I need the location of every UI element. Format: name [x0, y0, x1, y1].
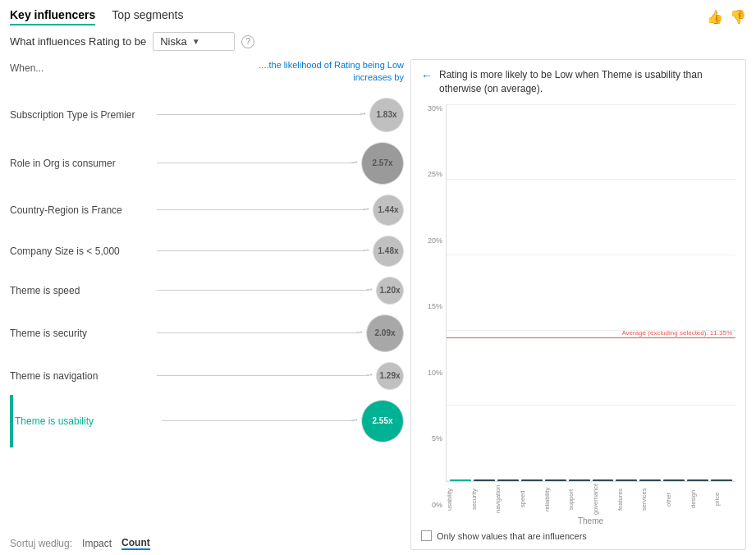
influencer-bubble: 1.20x	[376, 277, 404, 305]
x-axis-label: other	[665, 484, 687, 515]
chart-bar[interactable]	[663, 479, 685, 481]
grid-lines	[447, 104, 735, 481]
influencer-item[interactable]: Role in Org is consumer2.57x	[10, 137, 404, 190]
influencer-line	[162, 420, 355, 421]
thumbs-down-icon[interactable]: 👎	[730, 9, 746, 25]
filter-dropdown[interactable]: Niska ▼	[153, 32, 235, 51]
influencer-item[interactable]: Subscription Type is Premier1.83x	[10, 93, 404, 137]
grid-line	[447, 255, 735, 255]
bar-group	[521, 479, 543, 481]
left-panel-header: When... ....the likelihood of Rating bei…	[10, 59, 404, 88]
y-axis-label: 10%	[428, 369, 442, 377]
chart-bar[interactable]	[569, 479, 590, 481]
influencer-line	[157, 250, 366, 251]
bar-group	[663, 479, 685, 481]
x-axis-label: services	[640, 484, 662, 515]
chart-bar[interactable]	[521, 479, 543, 481]
checkbox-row: Only show values that are influencers	[421, 530, 735, 541]
chart-area: 30%25%20%15%10%5%0% Average (excluding s…	[421, 104, 735, 541]
help-icon[interactable]: ?	[241, 35, 254, 48]
bar-group	[639, 479, 661, 481]
bars-container: Average (excluding selected): 11.35% usa…	[446, 104, 735, 525]
bottom-footer: Sortuj według: Impact Count	[10, 534, 404, 550]
tab-key-influencers[interactable]: Key influencers	[10, 8, 95, 25]
avg-line	[447, 337, 735, 338]
bar-group	[593, 479, 614, 481]
bar-group	[569, 479, 590, 481]
tabs: Key influencers Top segments	[10, 8, 183, 25]
avg-label: Average (excluding selected): 11.35%	[621, 329, 732, 337]
influencer-item[interactable]: Theme is security2.09x	[10, 310, 404, 357]
x-axis-label: speed	[519, 484, 541, 515]
bar-group	[497, 479, 519, 481]
influencer-item[interactable]: Country-Region is France1.44x	[10, 190, 404, 231]
influencer-item[interactable]: Theme is speed1.20x	[10, 272, 404, 310]
y-axis-label: 15%	[428, 302, 442, 310]
influencer-label: Theme is security	[10, 328, 153, 339]
x-axis-label: reliability	[543, 484, 566, 515]
likelihood-label: ....the likelihood of Rating being Low i…	[240, 59, 404, 85]
influencer-label: Country-Region is France	[10, 204, 153, 216]
x-labels: usabilitysecuritynavigationspeedreliabil…	[446, 484, 735, 515]
y-axis-label: 25%	[428, 170, 442, 178]
influencer-label: Role in Org is consumer	[10, 158, 153, 169]
right-panel: ← Rating is more likely to be Low when T…	[410, 59, 746, 550]
influencer-item[interactable]: Theme is usability2.55x	[10, 395, 404, 447]
left-panel: When... ....the likelihood of Rating bei…	[10, 59, 404, 550]
filter-row: What influences Rating to be Niska ▼ ?	[10, 32, 746, 51]
grid-line	[447, 104, 735, 105]
influencers-list: Subscription Type is Premier1.83xRole in…	[10, 93, 404, 532]
header: Key influencers Top segments 👍 👎	[10, 8, 746, 25]
influencers-checkbox[interactable]	[421, 530, 432, 541]
influencer-bubble: 1.83x	[369, 98, 404, 132]
chart-bar[interactable]	[687, 479, 708, 481]
tab-top-segments[interactable]: Top segments	[112, 8, 183, 25]
y-axis-label: 30%	[428, 104, 442, 112]
influencer-bubble: 1.44x	[373, 195, 404, 226]
highlight-bar	[10, 395, 13, 447]
bar-group	[474, 479, 495, 481]
sort-label: Sortuj według:	[10, 538, 72, 549]
influencer-item[interactable]: Company Size is < 5,0001.48x	[10, 231, 404, 272]
grid-line	[447, 179, 735, 180]
chart-bar[interactable]	[474, 479, 495, 481]
x-axis-label: security	[470, 484, 493, 515]
influencer-label: Theme is usability	[15, 415, 158, 427]
chart-bar[interactable]	[450, 479, 471, 481]
header-icons: 👍 👎	[707, 9, 746, 25]
chart-bar[interactable]	[616, 479, 637, 481]
sort-impact[interactable]: Impact	[82, 538, 112, 549]
bar-group	[687, 479, 708, 481]
chart-wrapper: 30%25%20%15%10%5%0% Average (excluding s…	[421, 104, 735, 525]
influencer-line	[157, 333, 360, 333]
influencer-bubble: 1.48x	[373, 236, 404, 267]
x-axis-label: usability	[446, 484, 468, 515]
influencer-bubble: 2.55x	[361, 400, 404, 443]
x-axis-label: support	[567, 484, 589, 515]
bar-group	[711, 479, 732, 481]
x-axis-label: price	[713, 484, 735, 515]
influencer-bubble: 2.09x	[366, 314, 404, 352]
influencer-line	[157, 290, 369, 291]
chart-bar[interactable]	[497, 479, 519, 481]
influencer-line	[157, 209, 366, 210]
chart-bar[interactable]	[593, 479, 614, 481]
chart-bar[interactable]	[711, 479, 732, 481]
sort-count[interactable]: Count	[121, 537, 150, 550]
right-panel-header: ← Rating is more likely to be Low when T…	[421, 68, 735, 96]
when-label: When...	[10, 59, 44, 74]
influencer-item[interactable]: Theme is navigation1.29x	[10, 357, 404, 395]
dropdown-arrow-icon: ▼	[192, 37, 200, 46]
chart-bar[interactable]	[639, 479, 661, 481]
influencer-line	[157, 163, 355, 163]
grid-line	[447, 405, 735, 406]
influencer-label: Theme is speed	[10, 285, 153, 296]
chart-bar[interactable]	[545, 479, 566, 481]
influencer-label: Company Size is < 5,000	[10, 245, 153, 257]
bar-group	[450, 479, 471, 481]
thumbs-up-icon[interactable]: 👍	[707, 9, 723, 25]
back-arrow-icon[interactable]: ←	[421, 69, 433, 82]
checkbox-label: Only show values that are influencers	[437, 531, 587, 541]
y-axis-label: 20%	[428, 236, 442, 245]
y-axis-label: 0%	[432, 501, 442, 509]
